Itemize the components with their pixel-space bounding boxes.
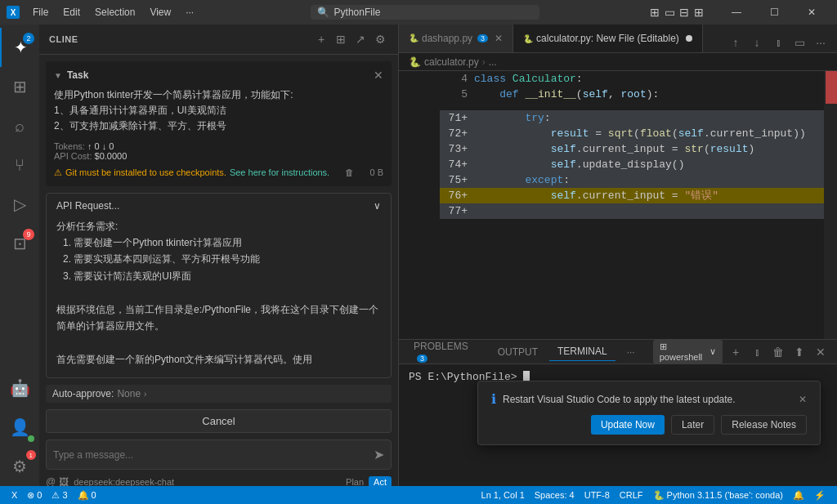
- encoding-status-item[interactable]: UTF-8: [580, 486, 615, 504]
- vscode-logo: X: [7, 6, 20, 19]
- add-terminal-icon[interactable]: +: [726, 342, 745, 362]
- code-line-76: 76+ self.current_input = "错误": [440, 188, 837, 203]
- close-button[interactable]: ✕: [793, 0, 830, 25]
- minimize-button[interactable]: —: [718, 0, 755, 25]
- new-task-button[interactable]: +: [313, 31, 329, 47]
- indent-status-item[interactable]: Spaces: 4: [530, 486, 580, 504]
- tab-terminal[interactable]: TERMINAL: [549, 342, 615, 361]
- menu-more[interactable]: ···: [179, 5, 200, 20]
- robot-activity-icon[interactable]: 🤖: [0, 368, 39, 408]
- settings-button[interactable]: ⚙: [372, 31, 388, 47]
- terminal-selector[interactable]: ⊞ powershell ∨: [653, 340, 723, 364]
- remote-connect-status[interactable]: ⚡: [809, 486, 830, 504]
- panel-actions: + ⫾ 🗑 ⬆ ✕: [726, 342, 830, 362]
- menu-selection[interactable]: Selection: [88, 5, 141, 20]
- breadcrumb-file[interactable]: calculator.py: [424, 56, 479, 68]
- close-panel-icon[interactable]: ✕: [811, 342, 830, 362]
- customize-layout-icon[interactable]: ⊞: [693, 7, 705, 18]
- scroll-up-icon[interactable]: ↑: [726, 33, 745, 52]
- global-search-input[interactable]: [334, 7, 514, 18]
- split-editor-icon[interactable]: ⫾: [768, 33, 788, 52]
- code-line-73: 73+ self.current_input = str(result): [440, 141, 837, 157]
- release-notes-button[interactable]: Release Notes: [721, 415, 807, 435]
- trash-terminal-icon[interactable]: 🗑: [768, 342, 788, 362]
- scrollbar[interactable]: [824, 71, 837, 339]
- tab-calculator[interactable]: 🐍 calculator.py: New File (Editable): [513, 25, 703, 52]
- api-request-content: 分析任务需求: 1. 需要创建一个Python tkinter计算器应用 2. …: [47, 218, 391, 378]
- later-button[interactable]: Later: [671, 415, 714, 435]
- api-content-item1: 1. 需要创建一个Python tkinter计算器应用: [63, 234, 381, 251]
- source-control-activity-icon[interactable]: ⑂: [0, 145, 39, 185]
- split-editor-icon[interactable]: ⊞: [649, 7, 660, 18]
- update-now-button[interactable]: Update Now: [591, 415, 665, 435]
- search-bar: 🔍: [207, 5, 642, 20]
- task-delete-icon[interactable]: 🗑: [345, 167, 354, 177]
- extensions-activity-icon[interactable]: ⊡ 9: [0, 224, 39, 263]
- warning-icon: ⚠: [54, 167, 62, 178]
- breadcrumb-more[interactable]: ...: [489, 56, 497, 68]
- notification-close-button[interactable]: ✕: [799, 394, 807, 405]
- more-actions-icon[interactable]: ···: [811, 33, 830, 52]
- settings-activity-icon[interactable]: ⚙ 1: [0, 447, 39, 486]
- auto-approve-bar[interactable]: Auto-approve: None ›: [46, 385, 392, 403]
- cursor-position-status[interactable]: Ln 1, Col 1: [477, 486, 530, 504]
- python-status-item[interactable]: 🐍 Python 3.11.5 ('base': conda): [648, 486, 788, 504]
- run-debug-activity-icon[interactable]: ▷: [0, 185, 39, 224]
- at-icon[interactable]: @: [46, 476, 56, 486]
- tab-dashapp[interactable]: 🐍 dashapp.py 3 ✕: [399, 25, 513, 52]
- code-editor: 4 class Calculator: 5 def __init__(self,…: [399, 71, 837, 339]
- maximize-button[interactable]: ☐: [755, 0, 793, 25]
- api-cost-info: API Cost: $0.0000: [54, 151, 383, 161]
- tab-close-dashapp[interactable]: ✕: [495, 33, 503, 44]
- tab-more[interactable]: ···: [619, 343, 643, 361]
- tab-output[interactable]: OUTPUT: [490, 343, 546, 361]
- layout-icon[interactable]: ⊟: [678, 7, 690, 18]
- code-line-74: 74+ self.update_display(): [440, 157, 837, 172]
- indent-label: Spaces: 4: [535, 490, 575, 500]
- export-button[interactable]: ↗: [352, 31, 369, 47]
- message-input[interactable]: [53, 449, 374, 461]
- scroll-down-icon[interactable]: ↓: [747, 33, 767, 52]
- history-button[interactable]: ⊞: [333, 31, 349, 47]
- api-request-header[interactable]: API Request... ∨: [47, 194, 391, 218]
- code-line-4: 4 class Calculator:: [440, 71, 837, 87]
- toggle-panel-icon[interactable]: ▭: [664, 7, 675, 18]
- notifications-status-item[interactable]: 🔔 0: [73, 486, 101, 504]
- task-body: 使用Python tkinter开发一个简易计算器应用，功能如下: 1、具备通用…: [54, 87, 383, 135]
- act-button[interactable]: Act: [369, 476, 392, 486]
- errors-status-item[interactable]: ⊗ 0: [22, 486, 47, 504]
- cline-activity-icon[interactable]: ✦ 2: [0, 28, 39, 67]
- window-controls: — ☐ ✕: [718, 0, 830, 25]
- menu-view[interactable]: View: [143, 5, 177, 20]
- task-footer: ⚠ Git must be installed to use checkpoin…: [54, 167, 383, 178]
- code-content[interactable]: 4 class Calculator: 5 def __init__(self,…: [440, 71, 837, 339]
- menu-file[interactable]: File: [26, 5, 55, 20]
- search-activity-icon[interactable]: ⌕: [0, 106, 39, 145]
- line-ending-status-item[interactable]: CRLF: [615, 486, 648, 504]
- remote-status-item[interactable]: X: [7, 486, 22, 504]
- status-right: Ln 1, Col 1 Spaces: 4 UTF-8 CRLF 🐍 Pytho…: [477, 486, 830, 504]
- plan-button[interactable]: Plan: [346, 477, 364, 486]
- cancel-button[interactable]: Cancel: [46, 409, 392, 433]
- notification-text: Restart Visual Studio Code to apply the …: [503, 394, 736, 405]
- api-request-label: API Request...: [56, 200, 119, 212]
- split-terminal-icon[interactable]: ⫾: [747, 342, 767, 362]
- maximize-panel-icon[interactable]: ⬆: [790, 342, 809, 362]
- notifications-bell-status[interactable]: 🔔: [788, 486, 809, 504]
- account-activity-icon[interactable]: 👤: [0, 408, 39, 447]
- task-header[interactable]: ▼ Task ✕: [54, 69, 383, 81]
- image-icon[interactable]: 🖼: [59, 476, 69, 486]
- split-view-icon[interactable]: ▭: [790, 33, 809, 52]
- menu-edit[interactable]: Edit: [56, 5, 87, 20]
- warning-link[interactable]: See here for instructions.: [230, 167, 329, 177]
- task-close-button[interactable]: ✕: [374, 69, 383, 81]
- warnings-status-item[interactable]: ⚠ 3: [47, 486, 72, 504]
- sidebar: CLINE + ⊞ ↗ ⚙ ▼ Task ✕ 使用Python tkinter开…: [39, 25, 399, 486]
- send-button[interactable]: ➤: [374, 447, 384, 462]
- tab-label-calculator: calculator.py: New File (Editable): [536, 33, 679, 44]
- auto-approve-value: None: [117, 388, 141, 399]
- tokens-up-icon: ↑ 0 ↓ 0: [87, 141, 114, 151]
- tab-problems[interactable]: PROBLEMS 3: [405, 337, 486, 367]
- line-num-73: 73+: [440, 141, 474, 157]
- explorer-activity-icon[interactable]: ⊞: [0, 67, 39, 106]
